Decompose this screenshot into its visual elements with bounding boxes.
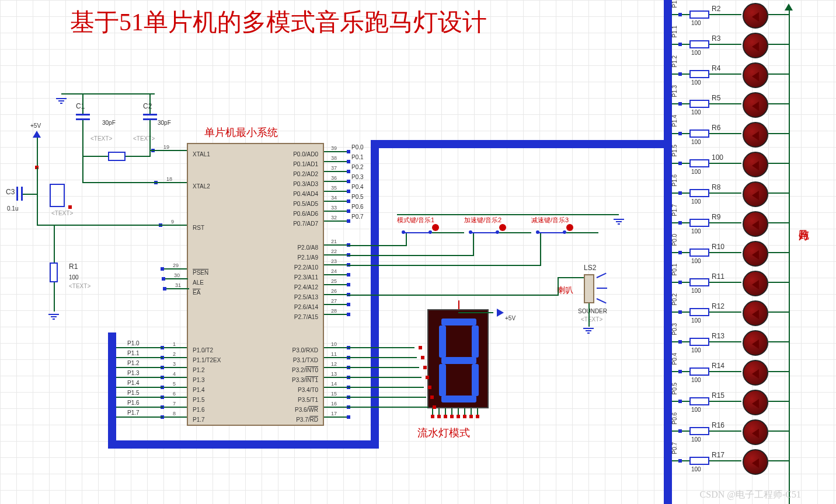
wire xyxy=(116,387,163,388)
pinnum: 11 xyxy=(331,351,337,357)
led-d2 xyxy=(743,33,768,58)
wire xyxy=(768,252,790,253)
pinnum: 3 xyxy=(173,361,176,367)
resistor-R8 xyxy=(689,189,709,197)
pin-p27: P2.7/A15 xyxy=(294,314,318,320)
resistor-R6 xyxy=(689,130,709,138)
pin-p05: P0.5/AD5 xyxy=(293,201,318,207)
seg-pin-node xyxy=(457,415,460,418)
text-placeholder-3: <TEXT> xyxy=(51,210,73,216)
wire xyxy=(768,460,790,461)
microcontroller-ic: XTAL1 XTAL2 RST PSEN ALE EA P1.0/T2 P1.1… xyxy=(187,143,324,426)
node xyxy=(678,191,682,195)
wire xyxy=(709,133,741,134)
pinnum: 1 xyxy=(173,341,176,347)
resistor-R5 xyxy=(689,100,709,108)
netlabel: P1.4 xyxy=(671,115,678,127)
netlabel: P0.1 xyxy=(351,154,364,160)
push-button-2[interactable]: 加速键/音乐2 xyxy=(464,226,505,244)
netlabel: P0.2 xyxy=(351,164,364,170)
node xyxy=(678,13,682,16)
netlabel: P1.2 xyxy=(671,55,678,68)
pin-stub xyxy=(324,201,349,202)
junction xyxy=(433,405,436,409)
pin-node xyxy=(347,303,350,306)
push-button-1[interactable]: 模式键/音乐1 xyxy=(397,226,438,244)
wire xyxy=(473,233,474,256)
sounder-label: 喇叭 xyxy=(557,285,573,296)
res-val: 100 xyxy=(691,198,701,205)
pin-p17: P1.7 xyxy=(193,416,205,423)
pin-stub xyxy=(324,387,349,388)
pin-stub xyxy=(324,347,349,348)
pin-p10: P1.0/T2 xyxy=(193,347,213,354)
cap-c2-label: C2 xyxy=(143,102,152,110)
netlabel: P0.5 xyxy=(671,383,678,395)
wire xyxy=(397,214,578,215)
seg7-label: 流水灯模式 xyxy=(417,426,470,440)
pin-p37: P3.7/RD xyxy=(296,416,318,423)
pin-stub xyxy=(165,288,189,289)
pinnum: 8 xyxy=(173,411,176,416)
pin-p30: P3.0/RXD xyxy=(292,347,318,354)
pin-stub xyxy=(324,314,349,315)
netlabel: P0.0 xyxy=(671,234,678,246)
reset-button[interactable] xyxy=(50,184,65,207)
pin-p03: P0.3/AD3 xyxy=(293,181,318,187)
pin-stub xyxy=(324,171,349,172)
seven-segment-display xyxy=(427,309,489,408)
wire xyxy=(116,397,163,398)
netlabel: P1.7 xyxy=(127,410,140,416)
netlabel: P0.6 xyxy=(351,204,364,210)
pin-node xyxy=(347,313,350,316)
pin-node xyxy=(347,180,350,183)
pinnum: 27 xyxy=(331,298,337,304)
netlabel: P0.3 xyxy=(671,323,678,335)
wire xyxy=(347,367,419,368)
wire xyxy=(709,401,741,402)
resistor-R11 xyxy=(689,278,709,286)
wire xyxy=(768,401,790,402)
wire xyxy=(709,252,741,253)
pinnum: 34 xyxy=(331,195,337,201)
wire xyxy=(768,222,790,223)
res-ref: R8 xyxy=(712,183,720,191)
pin-stub xyxy=(324,294,349,295)
power-arrow-icon xyxy=(497,309,504,317)
led-d11 xyxy=(743,300,768,326)
pin-p12: P1.2 xyxy=(193,367,205,373)
node xyxy=(678,370,682,373)
resistor-R16 xyxy=(689,427,709,435)
pinnum: 13 xyxy=(331,371,337,377)
wire xyxy=(709,103,741,104)
button-label: 模式键/音乐1 xyxy=(397,216,434,225)
pin-node xyxy=(347,170,350,173)
junction xyxy=(426,376,429,379)
netlabel: P1.1 xyxy=(127,350,140,356)
res-val: 100 xyxy=(691,20,701,26)
resistor-R14 xyxy=(689,368,709,376)
netlabel: P1.5 xyxy=(127,390,140,396)
pin-p26: P2.6/A14 xyxy=(294,304,318,310)
res-val: 100 xyxy=(691,377,701,383)
pin-stub xyxy=(324,220,349,222)
netlabel: P1.1 xyxy=(671,26,678,38)
led-d6 xyxy=(743,152,768,177)
wire xyxy=(768,312,790,313)
resistor-R17 xyxy=(689,457,709,465)
pin-stub xyxy=(162,387,187,388)
pin-p22: P2.2/A10 xyxy=(294,264,318,271)
pin-p01: P0.1/AD1 xyxy=(293,161,318,167)
bus-segment xyxy=(108,440,371,449)
wire xyxy=(37,167,38,226)
pin-p36: P3.6/WR xyxy=(295,407,318,413)
node xyxy=(678,459,682,463)
cap-c1-val: 30pF xyxy=(102,120,116,126)
wire xyxy=(768,192,790,194)
led-d15 xyxy=(743,419,768,445)
pinnum: 5 xyxy=(173,381,176,387)
pin-stub xyxy=(324,377,349,378)
wire-xtal2 xyxy=(82,182,187,183)
push-button-3[interactable]: 减速键/音乐3 xyxy=(531,226,572,244)
junction xyxy=(419,346,422,349)
